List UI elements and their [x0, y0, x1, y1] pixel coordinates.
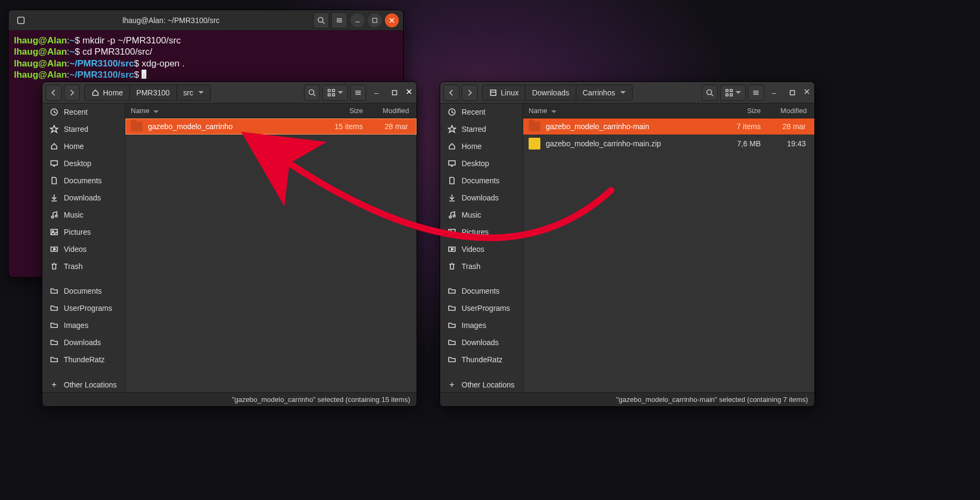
sidebar-desktop[interactable]: Desktop [42, 155, 125, 172]
terminal-search-button[interactable] [313, 12, 329, 28]
sidebar-bm-downloads[interactable]: Downloads [440, 334, 523, 351]
minimize-button[interactable]: – [368, 85, 384, 101]
column-header[interactable]: Name Size Modified [523, 103, 814, 118]
sidebar-documents[interactable]: Documents [42, 172, 125, 189]
status-bar: "gazebo_modelo_carrinho" selected (conta… [42, 392, 417, 406]
terminal-hamburger-button[interactable] [331, 12, 347, 28]
sidebar-pictures[interactable]: Pictures [42, 223, 125, 241]
sidebar-music[interactable]: Music [440, 206, 523, 223]
chevron-down-icon [198, 91, 204, 94]
sidebar-bm-documents[interactable]: Documents [42, 282, 125, 300]
sidebar-music[interactable]: Music [42, 206, 125, 223]
svg-marker-23 [50, 125, 58, 132]
terminal-output[interactable]: lhaug@Alan:~$ mkdir -p ~/PMR3100/src lha… [9, 31, 403, 85]
svg-rect-35 [491, 90, 496, 95]
svg-point-1 [318, 17, 323, 22]
path-home[interactable]: Home [85, 85, 130, 100]
svg-rect-7 [373, 18, 377, 23]
file-row[interactable]: gazebo_modelo_carrinho 15 items 28 mar [125, 118, 417, 135]
file-area[interactable]: Name Size Modified gazebo_modelo_carrinh… [125, 103, 417, 392]
folder-icon [131, 122, 143, 131]
svg-point-55 [449, 216, 451, 218]
sidebar-bm-documents[interactable]: Documents [440, 282, 523, 300]
file-row[interactable]: gazebo_modelo_carrinho-main.zip 7,6 MB 1… [523, 135, 814, 153]
path-seg-2[interactable]: Carrinhos [576, 85, 633, 100]
sidebar-other-locations[interactable]: +Other Locations [440, 376, 523, 392]
close-button[interactable] [803, 87, 811, 98]
svg-rect-46 [790, 91, 795, 95]
view-switcher[interactable] [720, 85, 746, 101]
file-manager-right: Linux Downloads Carrinhos – Recent Starr… [440, 81, 815, 407]
hamburger-button[interactable] [350, 85, 366, 101]
sort-indicator-icon [153, 110, 159, 113]
sidebar-bm-downloads[interactable]: Downloads [42, 334, 125, 351]
sidebar-pictures[interactable]: Pictures [440, 223, 523, 241]
path-bar[interactable]: Linux Downloads Carrinhos [482, 85, 633, 101]
sidebar-bm-thunderatz[interactable]: ThundeRatz [42, 351, 125, 368]
sidebar-home[interactable]: Home [440, 138, 523, 155]
column-header[interactable]: Name Size Modified [125, 103, 417, 118]
maximize-button[interactable] [368, 13, 382, 27]
archive-icon [529, 138, 540, 150]
svg-marker-50 [448, 125, 456, 132]
sidebar-other-locations[interactable]: +Other Locations [42, 376, 125, 392]
svg-rect-51 [449, 161, 455, 165]
close-button[interactable] [385, 13, 399, 27]
svg-rect-0 [18, 17, 24, 24]
path-seg-0[interactable]: Linux [482, 85, 525, 100]
sidebar-home[interactable]: Home [42, 138, 125, 155]
svg-point-28 [51, 216, 54, 218]
terminal-titlebar[interactable]: lhaug@Alan: ~/PMR3100/src [9, 10, 403, 31]
sidebar-downloads[interactable]: Downloads [440, 189, 523, 206]
sidebar-bm-images[interactable]: Images [42, 317, 125, 334]
file-row[interactable]: gazebo_modelo_carrinho-main 7 items 28 m… [523, 118, 814, 135]
svg-rect-12 [328, 89, 330, 92]
svg-rect-14 [328, 94, 330, 96]
path-bar[interactable]: Home PMR3100 src [84, 85, 211, 101]
sidebar-starred[interactable]: Starred [440, 121, 523, 138]
sidebar-documents[interactable]: Documents [440, 172, 523, 189]
path-seg-1[interactable]: Downloads [525, 85, 576, 100]
toolbar: Home PMR3100 src – [42, 82, 417, 103]
sidebar-desktop[interactable]: Desktop [440, 155, 523, 172]
close-button[interactable] [405, 87, 413, 98]
sidebar-trash[interactable]: Trash [440, 258, 523, 275]
nav-back-button[interactable] [46, 85, 62, 101]
sidebar-bm-thunderatz[interactable]: ThundeRatz [440, 351, 523, 368]
svg-rect-13 [332, 89, 335, 92]
maximize-button[interactable] [387, 85, 403, 101]
folder-icon [529, 122, 540, 131]
sidebar-videos[interactable]: Videos [42, 241, 125, 258]
hamburger-button[interactable] [748, 85, 764, 101]
sidebar-recent[interactable]: Recent [42, 103, 125, 121]
status-bar: "gazebo_modelo_carrinho-main" selected (… [440, 392, 814, 406]
sidebar-videos[interactable]: Videos [440, 241, 523, 258]
sidebar-downloads[interactable]: Downloads [42, 189, 125, 206]
svg-rect-42 [730, 94, 732, 96]
terminal-menu-icon[interactable] [13, 12, 29, 28]
sidebar-bm-userprograms[interactable]: UserPrograms [42, 300, 125, 317]
view-switcher[interactable] [322, 85, 348, 101]
svg-rect-40 [730, 89, 732, 92]
file-area[interactable]: Name Size Modified gazebo_modelo_carrinh… [523, 103, 814, 392]
svg-marker-60 [451, 248, 454, 250]
sidebar: Recent Starred Home Desktop Documents Do… [440, 103, 523, 392]
minimize-button[interactable] [351, 13, 365, 27]
svg-point-29 [55, 215, 57, 217]
sort-indicator-icon [551, 110, 556, 113]
sidebar-starred[interactable]: Starred [42, 121, 125, 138]
sidebar-bm-userprograms[interactable]: UserPrograms [440, 300, 523, 317]
nav-back-button[interactable] [443, 85, 459, 101]
maximize-button[interactable] [784, 85, 800, 101]
path-seg-2[interactable]: src [177, 85, 211, 100]
search-button[interactable] [702, 85, 718, 101]
nav-forward-button[interactable] [462, 85, 478, 101]
sidebar-recent[interactable]: Recent [440, 103, 523, 121]
sidebar-bm-images[interactable]: Images [440, 317, 523, 334]
svg-rect-15 [332, 94, 335, 96]
path-seg-1[interactable]: PMR3100 [130, 85, 176, 100]
search-button[interactable] [304, 85, 320, 101]
nav-forward-button[interactable] [64, 85, 80, 101]
sidebar-trash[interactable]: Trash [42, 258, 125, 275]
minimize-button[interactable]: – [766, 85, 782, 101]
